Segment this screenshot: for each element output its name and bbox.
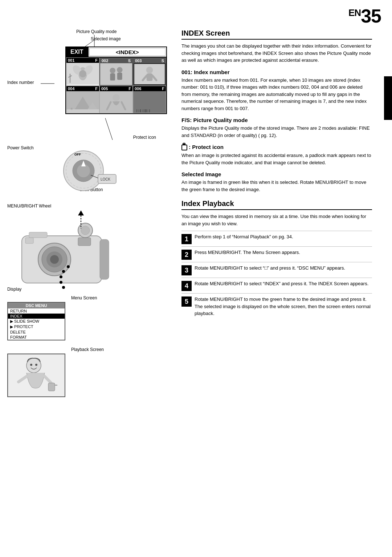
ann-menu-screen-label: Menu Screen <box>71 295 97 300</box>
camera-dial-section: Power Switch Lock Button OFF <box>7 145 174 203</box>
svg-line-17 <box>152 76 156 80</box>
index-cell-2: 002S <box>99 57 133 86</box>
menu-item-index: INDEX <box>8 314 65 319</box>
ann-selected-image: Selected image <box>91 36 121 41</box>
cell-label-6: 006F <box>133 86 166 91</box>
playback-screen-box <box>7 354 65 397</box>
index-playback-title: Index Playback <box>181 199 372 210</box>
menu-item-slideshow: ▶ SLIDE SHOW <box>8 319 65 324</box>
cell-image-4: ✳ <box>66 91 99 113</box>
step-number-1: 1 <box>181 234 192 244</box>
cell-label-2: 002S <box>100 58 132 63</box>
subtitle-selected-image: Selected Image <box>181 171 372 177</box>
ann-power-switch: Power Switch <box>7 145 34 150</box>
index-cell-5: 005F <box>99 86 133 113</box>
index-playback-intro: You can view the images stored in memory… <box>181 213 372 227</box>
svg-point-63 <box>35 364 37 366</box>
cell-image-3 <box>134 63 166 85</box>
step-text-3: Rotate MENU/BRIGHT to select “□” and pre… <box>195 265 372 272</box>
page-number: EN35 <box>348 7 381 25</box>
playback-illustration-svg <box>8 355 65 396</box>
index-screen-box: EXIT <INDEX> 001F <box>65 47 167 114</box>
ann-index-number: Index number <box>7 80 34 85</box>
svg-line-24 <box>122 102 125 109</box>
index-label: <INDEX> <box>89 48 166 56</box>
text-picture-quality: Displays the Picture Quality mode of the… <box>181 125 372 139</box>
sidebar-accent-bar <box>384 76 392 120</box>
cell-image-1 <box>66 63 99 85</box>
main-title: INDEX Screen <box>181 29 372 40</box>
cell-label-5: 005F <box>100 86 132 91</box>
step-row-3: 3 Rotate MENU/BRIGHT to select “□” and p… <box>181 262 372 278</box>
menu-item-return: RETURN <box>8 308 65 314</box>
step-row-1: 1 Perform step 1 of “Normal Playback” on… <box>181 231 372 246</box>
index-cell-3: 003S <box>133 57 166 86</box>
exit-button: EXIT <box>66 47 89 57</box>
camera-body-section <box>7 210 174 294</box>
svg-line-3 <box>105 118 113 140</box>
step-number-2: 2 <box>181 250 192 260</box>
svg-rect-66 <box>48 383 55 391</box>
subtitle-picture-quality: F/S: Picture Quality mode <box>181 117 372 123</box>
step-number-3: 3 <box>181 265 192 275</box>
index-screen-diagram-area: Picture Quality mode Index number Select… <box>7 29 160 142</box>
cell-image-5 <box>100 91 132 113</box>
index-cell-4: 004F ✳ <box>66 86 99 113</box>
svg-point-12 <box>117 67 123 73</box>
svg-point-22 <box>113 94 120 101</box>
step-number-4: 4 <box>181 281 192 291</box>
text-protect-icon: When an image is protected against its a… <box>181 152 372 166</box>
cell-label-3: 003S <box>134 58 166 63</box>
menu-item-format: FORMAT <box>8 335 65 340</box>
steps-container: 1 Perform step 1 of “Normal Playback” on… <box>181 231 372 319</box>
svg-text:OFF: OFF <box>74 153 81 156</box>
svg-point-62 <box>30 364 32 366</box>
subtitle-protect-icon: : Protect icon <box>181 144 372 150</box>
step-row-5: 5 Rotate MENU/BRIGHT to move the green f… <box>181 293 372 319</box>
svg-point-47 <box>50 255 59 264</box>
svg-text:LOCK: LOCK <box>101 177 111 181</box>
subtitle-index-number: 001: Index number <box>181 69 372 75</box>
svg-line-16 <box>143 76 146 80</box>
svg-point-10 <box>110 68 115 73</box>
svg-line-23 <box>107 102 111 109</box>
svg-text:✳: ✳ <box>70 107 73 111</box>
svg-rect-11 <box>110 73 115 81</box>
menu-screen-box: DSC MENU RETURN INDEX ▶ SLIDE SHOW ▶ PRO… <box>7 302 65 340</box>
index-screen-header: EXIT <INDEX> <box>66 47 166 57</box>
svg-point-7 <box>79 70 86 77</box>
intro-text: The images you shot can be displayed tog… <box>181 43 372 64</box>
svg-point-61 <box>26 358 41 373</box>
menu-item-protect: ▶ PROTECT <box>8 324 65 330</box>
step-text-4: Rotate MENU/BRIGHT to select “INDEX” and… <box>195 280 372 287</box>
camera-body-svg <box>7 214 145 294</box>
index-cell-1: 001F <box>66 57 99 86</box>
menu-screen-header: DSC MENU <box>8 303 65 308</box>
svg-point-14 <box>146 66 153 73</box>
cell-image-2 <box>100 63 132 85</box>
ann-protect-icon-label: Protect icon <box>133 135 156 140</box>
left-panel: Picture Quality mode Index number Select… <box>7 29 174 397</box>
step-text-1: Perform step 1 of “Normal Playback” on p… <box>195 233 372 241</box>
menu-screen-area: DSC MENU RETURN INDEX ▶ SLIDE SHOW ▶ PRO… <box>7 295 174 340</box>
svg-rect-15 <box>147 73 153 81</box>
step-row-4: 4 Rotate MENU/BRIGHT to select “INDEX” a… <box>181 278 372 293</box>
camera-dial-drawing: OFF LOCK <box>54 149 120 197</box>
svg-rect-48 <box>78 238 91 246</box>
step-row-2: 2 Press MENU/BRIGHT. The Menu Screen app… <box>181 246 372 262</box>
svg-rect-51 <box>29 232 47 238</box>
svg-rect-49 <box>25 238 33 243</box>
svg-rect-50 <box>100 239 109 279</box>
text-index-number: Index numbers are marked from 001. For e… <box>181 77 372 112</box>
cell-image-6 <box>133 91 166 113</box>
ann-picture-quality-mode: Picture Quality mode <box>76 29 117 34</box>
step-number-5: 5 <box>181 296 192 307</box>
cell-label-1: 001F <box>66 58 99 63</box>
ann-playback-screen-label: Playback Screen <box>71 346 104 352</box>
index-cell-6: 006F <box>133 86 166 113</box>
playback-screen-area: Playback Screen <box>7 346 174 397</box>
svg-rect-13 <box>117 73 122 80</box>
index-grid: 001F <box>66 57 166 113</box>
svg-point-53 <box>81 226 90 235</box>
step-text-5: Rotate MENU/BRIGHT to move the green fra… <box>195 296 372 317</box>
